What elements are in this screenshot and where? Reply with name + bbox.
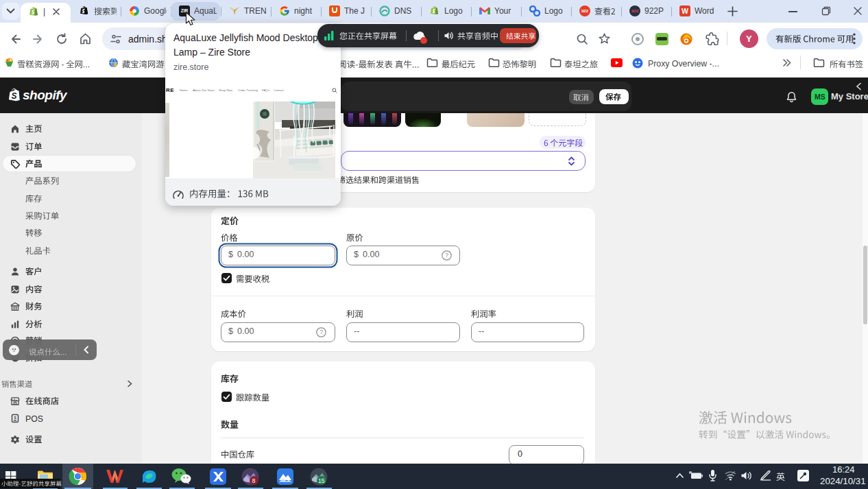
svg-text:?: ? [320, 329, 323, 335]
svg-text:$: $ [14, 416, 16, 420]
svg-text:?: ? [445, 252, 448, 259]
